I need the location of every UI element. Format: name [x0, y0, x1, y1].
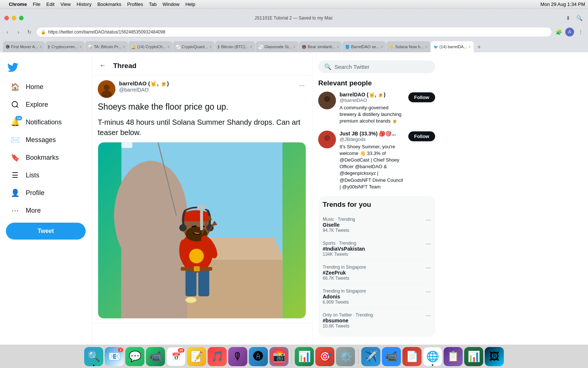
tab-9-close[interactable]: × [381, 45, 383, 49]
window-close-btn[interactable] [4, 16, 9, 20]
dock-chrome[interactable]: 🌐 [423, 347, 442, 366]
dock-teams[interactable]: 📋 [444, 347, 463, 366]
person-2-name[interactable]: Just JB (33.3%) 🎒🎯... [340, 131, 405, 137]
tab-1-close[interactable]: × [40, 45, 42, 49]
window-maximize-btn[interactable] [19, 16, 24, 20]
trend-item-3[interactable]: Trending in Singapore #ZeePruk 66.7K Twe… [323, 261, 431, 285]
person-1-name[interactable]: barrelDAO (🤘, 🍺) [340, 92, 405, 98]
person-1-handle[interactable]: @barrelDAO [340, 98, 405, 103]
tab-5-close[interactable]: × [209, 45, 212, 49]
menubar-profiles[interactable]: Profiles [127, 1, 143, 7]
dock-finder[interactable]: 🔍 [84, 347, 103, 366]
dock-music[interactable]: 🎵 [208, 347, 227, 366]
dock-zoom[interactable]: 📹 [382, 347, 401, 366]
browser-tab-9[interactable]: 🪣 BarrelDAO se... × [342, 41, 386, 52]
browser-tab-2[interactable]: ₿ Cryptocurren... × [45, 41, 85, 52]
menubar-tab[interactable]: Tab [149, 1, 157, 7]
tab-7-close[interactable]: × [293, 45, 295, 49]
dock-telegram[interactable]: ✈️ [361, 347, 380, 366]
browser-tab-6[interactable]: ₿ Bitcoin (BTC)... × [215, 41, 255, 52]
browser-search-icon[interactable]: 🔍 [575, 14, 584, 22]
browser-tab-4[interactable]: 🔔 (14) CryptoCh... × [128, 41, 172, 52]
thread-back-button[interactable]: ← [98, 60, 107, 71]
trend-4-more-btn[interactable]: ··· [426, 289, 431, 295]
sidebar-nav-bookmarks[interactable]: 🔖 Bookmarks [6, 149, 86, 166]
tab-11-close[interactable]: × [469, 45, 471, 49]
dock-facetime[interactable]: 📹 [146, 347, 165, 366]
tab-2-close[interactable]: × [80, 45, 82, 49]
follow-person-1-button[interactable]: Follow [408, 92, 435, 102]
person-2-handle[interactable]: @JBdegods [340, 137, 405, 142]
sidebar-nav-explore[interactable]: Explore [6, 96, 86, 113]
dock-appstore[interactable]: 🅐 [249, 347, 268, 366]
browser-profile-icon[interactable]: A [565, 28, 574, 36]
tab-10-close[interactable]: × [425, 45, 427, 49]
browser-back-btn[interactable]: ‹ [3, 28, 12, 36]
dock-messages[interactable]: 💬 [125, 347, 144, 366]
menubar-edit[interactable]: Edit [46, 1, 54, 7]
menubar-help[interactable]: Help [186, 1, 196, 7]
tweet-author-name[interactable]: barrelDAO (🤘, 🍺) [119, 80, 294, 87]
browser-tab-11[interactable]: 🐦 (14) barrelDA... × [431, 41, 474, 52]
dock-acrobat[interactable]: 📄 [402, 347, 422, 366]
menubar-bookmarks[interactable]: Bookmarks [97, 1, 121, 7]
tweet-author-handle[interactable]: @barrelDAO [119, 87, 294, 93]
trend-5-more-btn[interactable]: ··· [426, 312, 431, 319]
dock-notes[interactable]: 📝 [187, 347, 206, 366]
browser-tab-8[interactable]: 🐻 Bear similariti... × [299, 41, 342, 52]
browser-refresh-btn[interactable]: ↻ [25, 28, 34, 36]
search-input[interactable] [334, 64, 429, 70]
trend-item-2[interactable]: Sports · Trending #IndiaVsPakistan 134K … [323, 237, 431, 261]
dock-podcasts[interactable]: 🎙 [228, 347, 247, 366]
window-minimize-btn[interactable] [12, 16, 16, 20]
sidebar-nav-messages[interactable]: ✉️ Messages [6, 131, 86, 148]
tab-4-close[interactable]: × [168, 45, 170, 49]
dock-photoshop[interactable]: 🖼 [485, 347, 504, 366]
dock-photos[interactable]: 📸 [269, 347, 288, 366]
trend-2-more-btn[interactable]: ··· [426, 241, 431, 247]
menubar-file[interactable]: File [33, 1, 40, 7]
tab-6-close[interactable]: × [250, 45, 252, 49]
menubar-view[interactable]: View [60, 1, 71, 7]
search-bar[interactable]: 🔍 [318, 60, 435, 73]
browser-extensions-icon[interactable]: 🧩 [554, 28, 563, 36]
thread-area: ← Thread barrelDAO (🤘, 🍺) @barrelDAO ··· [92, 56, 312, 344]
twitter-logo[interactable] [6, 59, 86, 78]
dock-calendar[interactable]: 📅 29 [166, 347, 186, 366]
menubar-chrome[interactable]: Chrome [9, 1, 27, 7]
sidebar-nav-lists[interactable]: ☰ Lists [6, 167, 86, 184]
trend-item-1[interactable]: Music · Trending Giselle 94.7K Tweets ··… [323, 213, 431, 237]
sidebar-nav-profile[interactable]: 👤 Profile [6, 184, 86, 201]
tab-3-close[interactable]: × [123, 45, 125, 49]
sidebar-nav-more[interactable]: ⋯ More [6, 202, 86, 219]
dock-keynote[interactable]: 🎯 [315, 347, 334, 366]
browser-tab-10[interactable]: ☀️ Solana Now h... × [386, 41, 430, 52]
browser-tab-7[interactable]: 📉 Glassnode St... × [255, 41, 298, 52]
tweet-button[interactable]: Tweet [6, 223, 86, 240]
trend-item-5[interactable]: Only on Twitter · Trending #bsumone 10.6… [323, 309, 431, 332]
sidebar-nav-home[interactable]: 🏠 Home [6, 78, 86, 95]
browser-tab-5[interactable]: 📈 CryptoQuant... × [173, 41, 214, 52]
trend-1-more-btn[interactable]: ··· [426, 217, 431, 223]
dock-mail[interactable]: 📧 2 [105, 347, 124, 366]
dock-sysprefs[interactable]: ⚙️ [336, 347, 355, 366]
trend-3-more-btn[interactable]: ··· [426, 265, 431, 271]
trend-item-4[interactable]: Trending in Singapore Adonis 6,909 Tweet… [323, 285, 431, 309]
tweet-more-button[interactable]: ··· [298, 80, 306, 91]
sidebar-nav-notifications[interactable]: 🔔 14 Notifications [6, 114, 86, 131]
follow-person-2-button[interactable]: Follow [408, 131, 435, 141]
dock-excel[interactable]: 📊 [464, 347, 483, 366]
new-tab-button[interactable]: + [474, 42, 484, 52]
trend-3-name: #ZeePruk [323, 270, 366, 276]
browser-tab-3[interactable]: 📊 TA: Bitcoin Pr... × [85, 41, 128, 52]
svg-rect-19 [194, 266, 200, 272]
browser-tab-1[interactable]: 🅐 First Mover A... × [3, 41, 45, 52]
menubar-history[interactable]: History [76, 1, 91, 7]
tab-8-close[interactable]: × [337, 45, 339, 49]
dock-numbers[interactable]: 📊 [295, 347, 314, 366]
address-bar[interactable]: 🔒 https://twitter.com/barrelDAO/status/1… [36, 27, 552, 37]
browser-download-icon[interactable]: ⬇ [564, 14, 573, 22]
menubar-window[interactable]: Window [162, 1, 179, 7]
browser-menu-icon[interactable]: ⋮ [576, 28, 585, 36]
browser-forward-btn[interactable]: › [14, 28, 23, 36]
